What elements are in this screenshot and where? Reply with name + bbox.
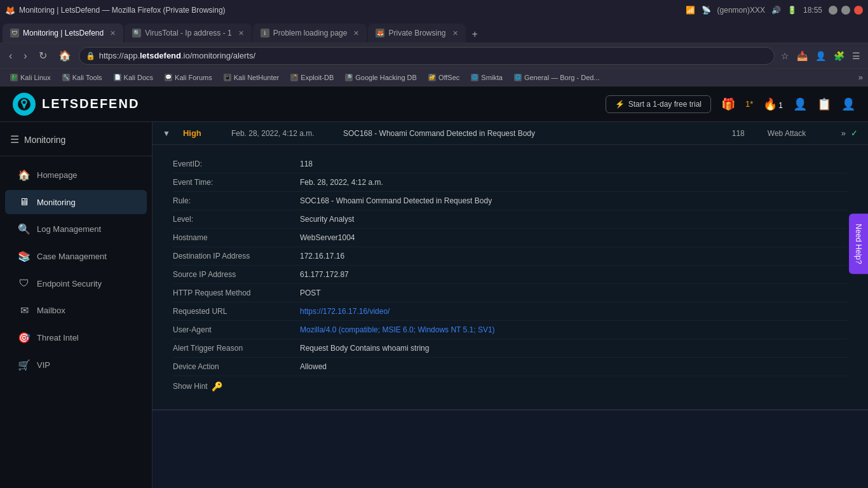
home-nav-icon: 🏠 — [18, 169, 31, 181]
sidebar-item-log-management[interactable]: 🔍 Log Management — [5, 217, 147, 241]
detail-src-ip: Source IP Address 61.177.172.87 — [173, 266, 848, 284]
bm-label-kali-forums: Kali Forums — [175, 74, 212, 81]
sidebar-item-threat-intel[interactable]: 🎯 Threat Intel — [5, 325, 147, 350]
sidebar: ☰ Monitoring 🏠 Homepage 🖥 Monitoring 🔍 L… — [0, 122, 153, 488]
tab-label-private: Private Browsing — [388, 29, 445, 37]
need-help-tab[interactable]: Need Help? — [849, 214, 868, 274]
back-button[interactable]: ‹ — [5, 48, 16, 64]
detail-value-event-time: Feb. 28, 2022, 4:12 a.m. — [300, 178, 848, 187]
detail-requested-url: Requested URL https://172.16.17.16/video… — [173, 302, 848, 321]
detail-level: Level: Security Analyst — [173, 210, 848, 229]
tab-label-monitoring: Monitoring | LetsDefend — [23, 29, 104, 37]
detail-label-alert-trigger: Alert Trigger Reason — [173, 344, 300, 353]
bookmark-smikta[interactable]: 🌐 Smikta — [466, 72, 508, 83]
tab-monitoring[interactable]: 🛡 Monitoring | LetsDefend ✕ — [3, 24, 123, 43]
forward-button[interactable]: › — [20, 48, 31, 64]
bm-label-ghdb: Google Hacking DB — [355, 74, 417, 81]
sidebar-item-endpoint-security[interactable]: 🛡 Endpoint Security — [5, 271, 147, 295]
show-hint-button[interactable]: Show Hint — [173, 382, 208, 391]
pocket-button[interactable]: 📥 — [794, 48, 810, 64]
detail-label-src-ip: Source IP Address — [173, 270, 300, 279]
sidebar-item-monitoring[interactable]: 🖥 Monitoring — [5, 190, 147, 214]
tab-problem[interactable]: ℹ Problem loading page ✕ — [253, 24, 367, 43]
detail-value-src-ip: 61.177.172.87 — [300, 270, 848, 279]
bookmark-ghdb[interactable]: 🔎 Google Hacking DB — [340, 72, 422, 83]
fire-notification-button[interactable]: 🔥1 — [763, 97, 783, 111]
detail-value-level: Security Analyst — [300, 215, 848, 224]
bm-icon-kali-forums: 💬 — [165, 74, 172, 81]
nav-actions: ☆ 📥 👤 🧩 ☰ — [778, 48, 863, 64]
endpoint-nav-icon: 🛡 — [18, 278, 31, 289]
tab-private[interactable]: 🦊 Private Browsing ✕ — [368, 24, 465, 43]
bm-label-kali-docs: Kali Docs — [124, 74, 153, 81]
bookmark-offsec[interactable]: 🔐 OffSec — [423, 72, 465, 83]
firefox-icon: 🦊 — [5, 6, 15, 15]
sidebar-section-title: Monitoring — [24, 135, 65, 145]
profile-menu-button[interactable]: 👤 — [841, 97, 855, 111]
bookmark-kali-linux[interactable]: 🐉 Kali Linux — [5, 72, 56, 83]
tab-label-problem: Problem loading page — [273, 29, 348, 37]
new-tab-button[interactable]: + — [467, 26, 483, 43]
board-button[interactable]: 📋 — [817, 97, 831, 111]
bookmark-exploit-db[interactable]: 💣 Exploit-DB — [285, 72, 339, 83]
tab-close-private[interactable]: ✕ — [452, 29, 458, 37]
detail-value-event-id: 118 — [300, 159, 848, 168]
detail-alert-trigger: Alert Trigger Reason Request Body Contai… — [173, 339, 848, 358]
detail-event-id: EventID: 118 — [173, 155, 848, 173]
avatar-button[interactable]: 👤 — [793, 97, 807, 111]
bookmark-kali-tools[interactable]: 🔧 Kali Tools — [57, 72, 107, 83]
bm-icon-offsec: 🔐 — [428, 74, 436, 81]
alert-check-icon[interactable]: ✓ — [851, 128, 858, 138]
bookmarks-more-button[interactable]: » — [858, 72, 863, 82]
tab-close-monitoring[interactable]: ✕ — [110, 29, 116, 37]
sidebar-item-mailbox[interactable]: ✉ Mailbox — [5, 298, 147, 323]
bookmark-kali-docs[interactable]: 📄 Kali Docs — [109, 72, 158, 83]
alert-chevron-icon: ▼ — [163, 129, 170, 138]
address-bar[interactable]: 🔒 https://app.letsdefend.io/monitoring/a… — [79, 47, 775, 65]
profile-button[interactable]: 👤 — [813, 48, 829, 64]
alert-id: 118 — [732, 129, 757, 138]
bookmark-kali-nethunter[interactable]: 📱 Kali NetHunter — [219, 72, 285, 83]
detail-value-http-method: POST — [300, 288, 848, 297]
tab-virustotal[interactable]: 🔍 VirusTotal - Ip address - 1 ✕ — [125, 24, 252, 43]
minimize-button[interactable] — [829, 6, 837, 15]
extensions-button[interactable]: 🧩 — [831, 48, 847, 64]
detail-user-agent: User-Agent Mozilla/4.0 (compatible; MSIE… — [173, 321, 848, 339]
bm-icon-general: 🌐 — [514, 74, 522, 81]
ssl-icon: 🔒 — [86, 51, 95, 60]
sidebar-label-case: Case Management — [37, 252, 107, 261]
fire-count: 1 — [778, 101, 783, 110]
bm-label-smikta: Smikta — [481, 74, 503, 81]
refresh-button[interactable]: ↻ — [35, 47, 51, 64]
titlebar-right: 📶 📡 (genmon)XXX 🔊 🔋 18:55 — [686, 6, 863, 15]
header-actions: ⚡ Start a 1-day free trial 🎁 1* 🔥1 👤 📋 👤 — [606, 95, 855, 113]
bookmark-kali-forums[interactable]: 💬 Kali Forums — [159, 72, 217, 83]
detail-rule: Rule: SOC168 - Whoami Command Detected i… — [173, 192, 848, 210]
bm-icon-exploit-db: 💣 — [290, 74, 298, 81]
app-header: LETSDEFEND ⚡ Start a 1-day free trial 🎁 … — [0, 86, 868, 122]
content-area: ▼ High Feb. 28, 2022, 4:12 a.m. SOC168 -… — [153, 122, 868, 488]
detail-http-method: HTTP Request Method POST — [173, 284, 848, 302]
detail-value-alert-trigger: Request Body Contains whoami string — [300, 344, 848, 353]
detail-value-requested-url[interactable]: https://172.16.17.16/video/ — [300, 307, 848, 316]
sidebar-item-homepage[interactable]: 🏠 Homepage — [5, 163, 147, 187]
menu-button[interactable]: ☰ — [850, 48, 863, 64]
bookmark-button[interactable]: ☆ — [778, 48, 792, 64]
maximize-button[interactable] — [841, 6, 850, 15]
close-button[interactable] — [854, 6, 863, 15]
sidebar-label-log: Log Management — [37, 224, 101, 234]
bm-label-offsec: OffSec — [438, 74, 459, 81]
browser-frame: 🦊 Monitoring | LetsDefend — Mozilla Fire… — [0, 0, 868, 488]
hamburger-menu[interactable]: ☰ — [10, 133, 19, 146]
battery-icon: 🔋 — [787, 6, 797, 15]
free-trial-button[interactable]: ⚡ Start a 1-day free trial — [606, 95, 711, 113]
tab-close-virustotal[interactable]: ✕ — [238, 29, 244, 37]
show-hint-row: Show Hint 🔑 — [173, 376, 848, 396]
sidebar-item-vip[interactable]: 🛒 VIP — [5, 353, 147, 377]
alert-forward-icon[interactable]: » — [841, 128, 846, 138]
tab-close-problem[interactable]: ✕ — [353, 29, 359, 37]
sidebar-item-case-management[interactable]: 📚 Case Management — [5, 244, 147, 269]
home-button[interactable]: 🏠 — [55, 47, 75, 64]
alert-row-header[interactable]: ▼ High Feb. 28, 2022, 4:12 a.m. SOC168 -… — [153, 122, 868, 145]
bookmark-general[interactable]: 🌐 General — Borg - Ded... — [509, 72, 605, 83]
